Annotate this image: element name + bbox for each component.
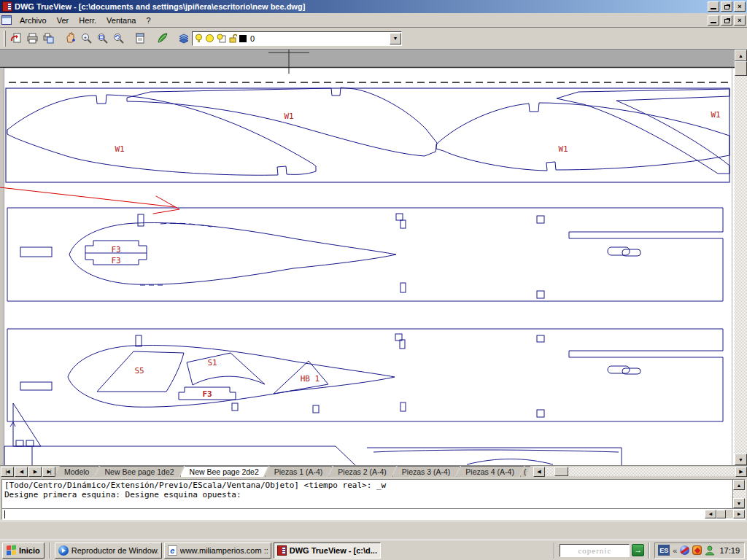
menu-ver[interactable]: Ver [52,15,74,26]
part-label: S1 [207,358,217,368]
scroll-up-button[interactable]: ▲ [733,480,745,490]
part-label: W1 [115,144,124,154]
menu-help[interactable]: ? [141,15,155,26]
part-label: F3 [111,256,120,265]
pan-button[interactable] [62,31,78,47]
vertical-scroll-thumb[interactable] [735,61,747,76]
scroll-down-button[interactable]: ▼ [735,454,747,465]
zoom-previous-button[interactable] [110,31,126,47]
scroll-right-button[interactable]: ▶ [733,510,745,518]
scroll-down-button[interactable]: ▼ [733,498,745,508]
pan-icon [64,32,77,44]
layers-button[interactable] [176,31,192,47]
svg-text:±: ± [84,35,87,40]
vertical-scrollbar[interactable]: ▲ ▼ [735,50,747,465]
minimize-icon [711,22,716,23]
command-scroll-track[interactable] [733,490,745,498]
arrow-down-icon: ▼ [738,457,743,462]
task-button-browser[interactable]: e www.miliamperios.com ::... [164,542,271,559]
copernic-go-button[interactable]: → [632,544,644,556]
layer-combo-dropdown-button[interactable]: ▼ [390,33,401,44]
scroll-right-button[interactable]: ▶ [735,467,747,477]
command-input[interactable]: ◀ ▶ [2,508,745,519]
menu-herr[interactable]: Herr. [74,15,101,26]
horizontal-scrollbar[interactable]: ◀ ▶ [533,467,747,476]
menu-bar: Archivo Ver Herr. Ventana ? × [0,13,747,28]
messenger-alert-icon[interactable] [692,545,702,555]
input-scroll-track[interactable] [726,510,733,518]
print-button[interactable] [24,31,40,47]
command-line-2: Designe primera esquina: Designe esquina… [4,490,241,499]
command-scrollbar[interactable]: ▲ ▼ [732,480,745,508]
clock: 17:19 [718,546,740,555]
arrow-left-icon: ◀ [537,469,541,475]
app-icon[interactable] [2,1,12,12]
document-icon[interactable] [1,15,12,25]
doc-minimize-button[interactable] [708,15,719,26]
task-label: www.miliamperios.com ::... [180,546,268,555]
next-sheet-button[interactable]: ▶ [28,467,42,477]
menu-ventana[interactable]: Ventana [101,15,141,26]
close-icon: × [738,17,741,24]
title-bar: DWG TrueView - [c:\documents and setting… [0,0,747,13]
tab-piezas-4[interactable]: Piezas 4 (A-4) [456,466,524,477]
restore-button[interactable] [721,1,732,12]
scroll-up-button[interactable]: ▲ [735,50,747,61]
zoom-previous-icon [112,32,125,44]
command-window: [Todo/Centro/Dinámico/Extensión/Previo/E… [0,477,747,521]
scroll-left-button[interactable]: ◀ [705,510,716,518]
first-sheet-button[interactable]: |◀ [1,467,14,477]
zoom-window-icon [96,32,109,44]
close-button[interactable]: × [734,1,746,12]
collapse-tray-icon[interactable]: « [673,546,677,555]
toolbar: ± [0,28,747,50]
tab-new-bee-page-1de2[interactable]: New Bee page 1de2 [95,466,183,477]
language-indicator[interactable]: ES [658,545,670,556]
horizontal-scroll-thumb[interactable] [554,467,568,476]
scroll-left-button[interactable]: ◀ [533,467,545,477]
command-input-scrollbar[interactable]: ◀ ▶ [705,510,745,518]
page-setup-button[interactable] [132,31,148,47]
messenger-user-icon[interactable] [705,545,715,556]
zoom-window-button[interactable] [94,31,110,47]
minimize-button[interactable] [708,1,719,12]
part-label: W1 [711,110,720,120]
vertical-scroll-track[interactable] [735,76,747,454]
toolbar-handle[interactable] [4,31,6,47]
copernic-search-input[interactable] [560,544,630,557]
open-icon [10,32,23,44]
open-button[interactable] [8,31,24,47]
tab-modelo[interactable]: Modelo [55,466,98,477]
print-preview-button[interactable] [40,31,56,47]
tab-piezas-3[interactable]: Piezas 3 (A-4) [392,466,460,477]
markup-button[interactable] [154,31,170,47]
status-bar [0,521,747,540]
task-button-media-player[interactable]: Reproductor de Window... [55,542,162,559]
tab-piezas-2[interactable]: Piezas 2 (A-4) [328,466,396,477]
layer-name: 0 [249,34,255,43]
tab-piezas-1[interactable]: Piezas 1 (A-4) [265,466,333,477]
prev-sheet-button[interactable]: ◀ [15,467,28,477]
doc-close-button[interactable]: × [734,15,746,26]
taskbar: Inicio Reproductor de Window... e www.mi… [0,540,747,560]
start-button[interactable]: Inicio [2,542,44,559]
drawing-viewport[interactable]: W1 W1 W1 W1 F3 F3 S5 S1 F3 HB 1 [0,50,735,465]
media-player-icon [58,545,69,556]
task-button-dwg-trueview[interactable]: DWG TrueView - [c:\d... [274,542,381,559]
last-sheet-button[interactable]: ▶| [42,467,55,477]
command-history[interactable]: [Todo/Centro/Dinámico/Extensión/Previo/E… [2,480,732,508]
horizontal-scroll-track[interactable] [545,467,735,476]
layer-combo[interactable]: 0 ▼ [192,31,402,46]
doc-restore-button[interactable] [721,15,732,26]
network-status-icon[interactable] [680,545,689,555]
menu-archivo[interactable]: Archivo [15,15,52,26]
close-icon: × [738,3,741,10]
task-label: Reproductor de Window... [71,546,158,555]
text-cursor [4,510,5,518]
start-label: Inicio [19,546,40,555]
internet-explorer-icon: e [168,545,177,556]
input-scroll-thumb[interactable] [716,510,726,518]
drawing-area: W1 W1 W1 W1 F3 F3 S5 S1 F3 HB 1 ▲ ▼ [0,50,747,465]
tab-new-bee-page-2de2[interactable]: New Bee page 2de2 [180,466,268,477]
zoom-button[interactable]: ± [78,31,94,47]
